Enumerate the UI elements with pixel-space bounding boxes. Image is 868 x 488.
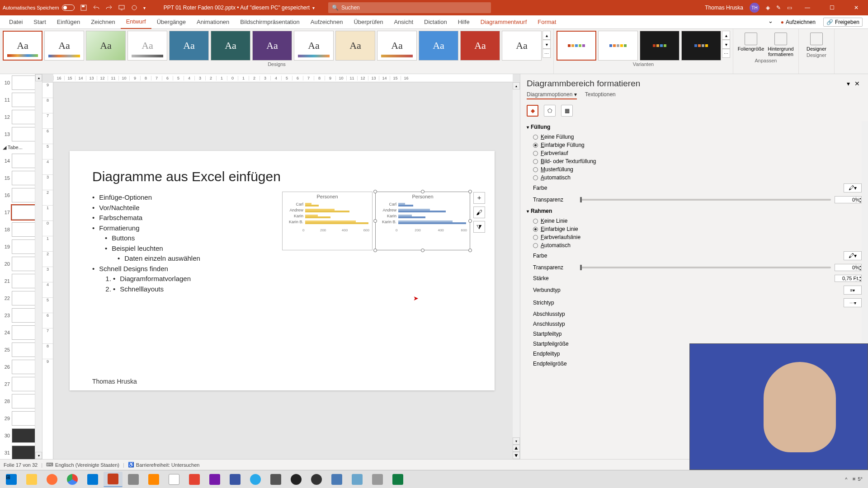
theme-swatch[interactable]: Aa (86, 31, 126, 61)
pane-options-icon[interactable]: ▾ (844, 80, 853, 87)
slide-thumbnail[interactable] (12, 154, 36, 168)
slide-thumbnail[interactable] (12, 257, 36, 271)
slide-thumbnail[interactable] (12, 360, 36, 374)
chart-bar[interactable] (305, 216, 330, 218)
redo-icon[interactable] (105, 4, 113, 11)
tab-zeichnen[interactable]: Zeichnen (85, 15, 120, 29)
tab-ueberpruefen[interactable]: Überprüfen (348, 15, 388, 29)
tab-aufzeichnen[interactable]: Aufzeichnen (305, 15, 349, 29)
variant-swatch[interactable] (557, 31, 596, 61)
slide-thumbnail[interactable] (12, 222, 36, 237)
prev-slide-icon[interactable]: ⯅ (513, 445, 520, 452)
tab-diagrammentwurf[interactable]: Diagrammentwurf (475, 15, 533, 29)
hintergrund-formatieren-button[interactable]: Hintergrund formatieren (766, 31, 796, 57)
scroll-down-icon[interactable]: ▾ (35, 452, 42, 459)
variant-gallery-more[interactable]: ▴▾⋯ (722, 31, 730, 58)
theme-swatch[interactable]: Aa (377, 31, 417, 61)
collapse-ribbon-icon[interactable]: ⌄ (768, 18, 773, 27)
theme-swatch[interactable]: Aa (3, 31, 42, 61)
next-slide-icon[interactable]: ⯆ (513, 452, 520, 459)
foliengroesse-button[interactable]: Foliengröße (736, 31, 766, 57)
tab-entwurf[interactable]: Entwurf (121, 15, 151, 29)
powerpoint-icon[interactable] (104, 472, 123, 487)
theme-swatch[interactable]: Aa (211, 31, 250, 61)
aufzeichnen-button[interactable]: ●Aufzeichnen (778, 18, 819, 27)
tray-expand-icon[interactable]: ^ (845, 477, 847, 482)
fill-line-icon[interactable]: ◆ (527, 105, 538, 117)
title-dropdown-icon[interactable]: ▾ (312, 5, 315, 10)
app-icon[interactable] (327, 472, 346, 487)
effects-icon[interactable]: ⬠ (544, 105, 556, 117)
touch-mode-icon[interactable] (131, 4, 138, 11)
excel-icon[interactable] (388, 472, 407, 487)
fill-option[interactable]: Farbverlauf (527, 149, 862, 157)
theme-swatch[interactable]: Aa (502, 31, 542, 61)
fill-option[interactable]: Keine Füllung (527, 133, 862, 141)
theme-swatch[interactable]: Aa (335, 31, 375, 61)
explorer-icon[interactable] (22, 472, 41, 487)
border-option[interactable]: Keine Linie (527, 217, 862, 225)
theme-swatch[interactable]: Aa (252, 31, 292, 61)
close-button[interactable]: ✕ (847, 0, 865, 15)
slide-thumbnail[interactable] (12, 239, 36, 254)
slide-thumbnail[interactable] (12, 205, 36, 220)
border-transparency-value[interactable]: 0%▴▾ (835, 264, 862, 271)
chart-bar[interactable] (398, 205, 413, 206)
border-option[interactable]: Farbverlaufslinie (527, 233, 862, 241)
autosave-toggle[interactable]: Automatisches Speichern (3, 5, 75, 11)
vlc-icon[interactable] (144, 472, 163, 487)
theme-gallery-more[interactable]: ▴▾⋯ (542, 31, 551, 58)
dash-type-combo[interactable]: ⋯▾ (844, 298, 862, 307)
slide-thumbnail[interactable] (12, 428, 36, 443)
tab-bildschirmpraesentation[interactable]: Bildschirmpräsentation (235, 15, 305, 29)
tab-datei[interactable]: Datei (4, 15, 28, 29)
slide-title[interactable]: Diagramme aus Excel einfügen (92, 169, 472, 184)
scroll-up-icon[interactable]: ▴ (513, 82, 520, 89)
slide-thumbnail[interactable] (12, 75, 36, 90)
fill-transparency-slider[interactable] (580, 199, 831, 201)
slide-navigator[interactable]: ▴ ▾ 10111213◢ Tabe...1415161718192021222… (0, 74, 42, 459)
maximize-button[interactable]: ☐ (823, 0, 841, 15)
chart-styles-button[interactable]: 🖌 (473, 206, 485, 218)
slide-thumbnail[interactable] (12, 93, 36, 107)
variant-gallery[interactable] (557, 31, 721, 61)
chart-bar[interactable] (398, 222, 466, 224)
app-icon[interactable] (368, 472, 387, 487)
theme-swatch[interactable]: Aa (44, 31, 84, 61)
pane-close-button[interactable]: ✕ (853, 80, 862, 87)
slide-thumbnail[interactable] (12, 127, 36, 141)
border-transparency-slider[interactable] (580, 267, 831, 268)
fill-option[interactable]: Bild- oder Texturfüllung (527, 157, 862, 165)
scroll-down-icon[interactable]: ▾ (513, 437, 520, 445)
theme-swatch[interactable]: Aa (294, 31, 334, 61)
tab-format[interactable]: Format (532, 15, 561, 29)
tab-hilfe[interactable]: Hilfe (453, 15, 475, 29)
chart-bar[interactable] (398, 216, 425, 218)
tab-animationen[interactable]: Animationen (191, 15, 235, 29)
theme-swatch[interactable]: Aa (460, 31, 500, 61)
slide-thumbnail[interactable] (12, 325, 36, 340)
firefox-icon[interactable] (42, 472, 61, 487)
tab-uebergaenge[interactable]: Übergänge (151, 15, 191, 29)
minimize-button[interactable]: — (798, 0, 816, 15)
tab-diagrammoptionen[interactable]: Diagrammoptionen ▾ (527, 91, 577, 99)
slide-thumbnail[interactable] (12, 411, 36, 426)
variant-swatch[interactable] (598, 31, 638, 61)
variant-swatch[interactable] (681, 31, 721, 61)
nav-scrollbar[interactable]: ▴ ▾ (35, 74, 42, 459)
app-icon[interactable] (348, 472, 367, 487)
slide-thumbnail[interactable] (12, 171, 36, 185)
slide-thumbnail[interactable] (12, 343, 36, 357)
chart-elements-button[interactable]: ＋ (473, 192, 485, 204)
app-icon[interactable] (307, 472, 326, 487)
compound-type-combo[interactable]: ≡▾ (844, 286, 862, 295)
outlook-icon[interactable] (83, 472, 102, 487)
chart-bar[interactable] (305, 222, 368, 224)
freigeben-button[interactable]: 🔗Freigeben (823, 18, 863, 27)
tab-einfuegen[interactable]: Einfügen (52, 15, 85, 29)
section-rahmen[interactable]: Rahmen (527, 205, 862, 217)
todoist-icon[interactable] (185, 472, 204, 487)
border-color-picker[interactable]: 🖍▾ (844, 251, 862, 260)
present-icon[interactable] (118, 4, 125, 11)
scroll-up-icon[interactable]: ▴ (35, 74, 42, 81)
